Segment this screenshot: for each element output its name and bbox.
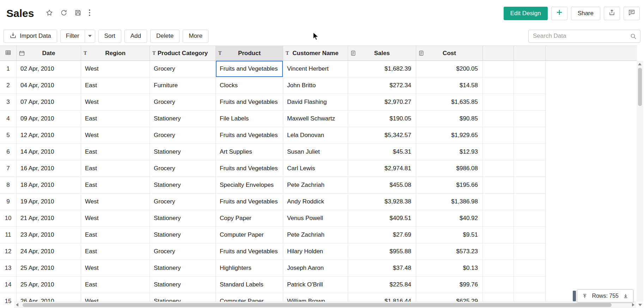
- cell-empty[interactable]: [514, 61, 546, 77]
- cell-customer-name[interactable]: Pete Zachriah: [283, 177, 348, 194]
- cell-empty[interactable]: [483, 277, 514, 293]
- cell-product[interactable]: Fruits and Vegetables: [216, 127, 283, 144]
- cell-product[interactable]: Clocks: [216, 77, 283, 94]
- favorite-button[interactable]: [43, 7, 56, 19]
- row-number[interactable]: 13: [0, 260, 17, 277]
- cell-empty[interactable]: [514, 160, 546, 177]
- row-number[interactable]: 1: [0, 61, 17, 77]
- cell-region[interactable]: East: [81, 144, 150, 160]
- cell-empty[interactable]: [514, 111, 546, 127]
- cell-product[interactable]: Standard Labels: [216, 277, 283, 293]
- more-options-button[interactable]: [86, 7, 93, 19]
- cell-empty[interactable]: [514, 277, 546, 293]
- cell-date[interactable]: 21 Apr, 2010: [17, 210, 81, 227]
- cell-sales[interactable]: $1,682.39: [348, 61, 416, 77]
- horizontal-scrollbar[interactable]: [14, 302, 636, 308]
- edit-design-button[interactable]: Edit Design: [504, 7, 548, 20]
- cell-sales[interactable]: $409.51: [348, 210, 416, 227]
- row-number[interactable]: 12: [0, 243, 17, 260]
- cell-empty[interactable]: [514, 127, 546, 144]
- vertical-scrollbar-thumb[interactable]: [638, 68, 642, 106]
- cell-empty[interactable]: [483, 111, 514, 127]
- cell-region[interactable]: East: [81, 227, 150, 243]
- row-number[interactable]: 14: [0, 277, 17, 293]
- cell-cost[interactable]: $986.08: [416, 160, 483, 177]
- cell-date[interactable]: 12 Apr, 2010: [17, 127, 81, 144]
- filter-button[interactable]: Filter: [61, 30, 85, 42]
- cell-empty[interactable]: [483, 144, 514, 160]
- cell-customer-name[interactable]: John Britto: [283, 77, 348, 94]
- cell-product[interactable]: Fruits and Vegetables: [216, 61, 283, 77]
- cell-empty[interactable]: [483, 194, 514, 210]
- cell-customer-name[interactable]: Patrick O'Brill: [283, 277, 348, 293]
- cell-region[interactable]: West: [81, 61, 150, 77]
- cell-cost[interactable]: $99.76: [416, 277, 483, 293]
- cell-product[interactable]: Fruits and Vegetables: [216, 243, 283, 260]
- cell-product[interactable]: Art Supplies: [216, 144, 283, 160]
- cell-product-category[interactable]: Grocery: [150, 243, 216, 260]
- cell-customer-name[interactable]: Vincent Herbert: [283, 61, 348, 77]
- column-header-empty[interactable]: [483, 46, 514, 60]
- cell-customer-name[interactable]: Lela Donovan: [283, 127, 348, 144]
- column-header-product[interactable]: TProduct: [216, 46, 283, 60]
- cell-date[interactable]: 23 Apr, 2010: [17, 227, 81, 243]
- scroll-down-arrow[interactable]: [637, 302, 643, 308]
- cell-customer-name[interactable]: David Flashing: [283, 94, 348, 111]
- cell-product-category[interactable]: Stationery: [150, 177, 216, 194]
- cell-date[interactable]: 18 Apr, 2010: [17, 177, 81, 194]
- cell-product[interactable]: File Labels: [216, 111, 283, 127]
- row-number[interactable]: 3: [0, 94, 17, 111]
- cell-empty[interactable]: [514, 77, 546, 94]
- cell-empty[interactable]: [483, 177, 514, 194]
- scroll-right-arrow[interactable]: [632, 303, 634, 307]
- cell-sales[interactable]: $2,974.81: [348, 160, 416, 177]
- cell-cost[interactable]: $40.92: [416, 210, 483, 227]
- cell-empty[interactable]: [514, 144, 546, 160]
- horizontal-scrollbar-thumb[interactable]: [23, 303, 612, 307]
- cell-date[interactable]: 24 Apr, 2010: [17, 243, 81, 260]
- sort-button[interactable]: Sort: [98, 30, 121, 43]
- column-header-empty[interactable]: [514, 46, 546, 60]
- cell-product[interactable]: Highlighters: [216, 260, 283, 277]
- save-button[interactable]: [72, 7, 84, 19]
- cell-customer-name[interactable]: Venus Powell: [283, 210, 348, 227]
- column-header-customer-name[interactable]: TCustomer Name: [283, 46, 348, 60]
- cell-cost[interactable]: $9.51: [416, 227, 483, 243]
- cell-empty[interactable]: [514, 210, 546, 227]
- cell-product-category[interactable]: Grocery: [150, 127, 216, 144]
- cell-date[interactable]: 07 Apr, 2010: [17, 94, 81, 111]
- row-number[interactable]: 5: [0, 127, 17, 144]
- cell-region[interactable]: East: [81, 177, 150, 194]
- cell-date[interactable]: 02 Apr, 2010: [17, 61, 81, 77]
- cell-sales[interactable]: $455.08: [348, 177, 416, 194]
- cell-sales[interactable]: $5,342.57: [348, 127, 416, 144]
- cell-cost[interactable]: $195.66: [416, 177, 483, 194]
- cell-empty[interactable]: [483, 160, 514, 177]
- cell-customer-name[interactable]: Susan Juliet: [283, 144, 348, 160]
- export-button[interactable]: [604, 7, 620, 20]
- cell-product-category[interactable]: Grocery: [150, 61, 216, 77]
- cell-cost[interactable]: $12.93: [416, 144, 483, 160]
- cell-product[interactable]: Computer Paper: [216, 227, 283, 243]
- cell-date[interactable]: 25 Apr, 2010: [17, 260, 81, 277]
- row-number[interactable]: 7: [0, 160, 17, 177]
- cell-product-category[interactable]: Stationery: [150, 111, 216, 127]
- cell-date[interactable]: 19 Apr, 2010: [17, 194, 81, 210]
- cell-product-category[interactable]: Grocery: [150, 160, 216, 177]
- cell-product[interactable]: Fruits and Vegetables: [216, 160, 283, 177]
- cell-sales[interactable]: $27.69: [348, 227, 416, 243]
- row-number[interactable]: 8: [0, 177, 17, 194]
- cell-sales[interactable]: $272.34: [348, 77, 416, 94]
- cell-product-category[interactable]: Stationery: [150, 210, 216, 227]
- cell-date[interactable]: 25 Apr, 2010: [17, 277, 81, 293]
- cell-region[interactable]: West: [81, 127, 150, 144]
- cell-empty[interactable]: [483, 243, 514, 260]
- comments-button[interactable]: [624, 7, 640, 20]
- cell-empty[interactable]: [483, 61, 514, 77]
- cell-sales[interactable]: $225.84: [348, 277, 416, 293]
- cell-region[interactable]: West: [81, 260, 150, 277]
- search-input[interactable]: [529, 30, 640, 42]
- cell-cost[interactable]: $90.85: [416, 111, 483, 127]
- cell-empty[interactable]: [514, 227, 546, 243]
- cell-customer-name[interactable]: Carl Lewis: [283, 160, 348, 177]
